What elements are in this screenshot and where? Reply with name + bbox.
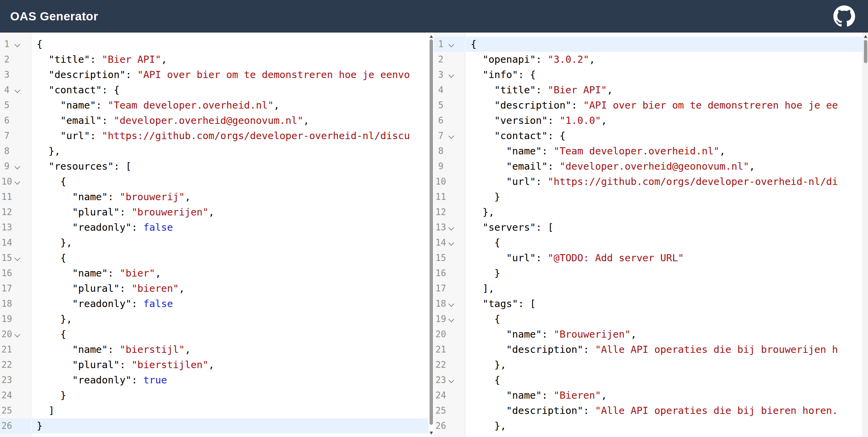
code-line[interactable]: "openapi": "3.0.2", [466, 52, 863, 67]
code-line[interactable]: { [466, 37, 863, 52]
code-line[interactable]: { [32, 37, 429, 52]
scroll-up-arrow-icon[interactable] [430, 35, 433, 38]
fold-toggle-chevron-down-icon[interactable] [15, 88, 20, 93]
code-line[interactable]: "name": "Team developer.overheid.nl", [32, 98, 429, 113]
fold-slot [448, 342, 456, 357]
line-number: 20 [0, 327, 14, 342]
code-line[interactable]: "plural": "bierstijlen", [32, 357, 429, 373]
fold-toggle-chevron-down-icon[interactable] [449, 72, 454, 78]
fold-toggle-chevron-down-icon[interactable] [449, 133, 454, 139]
fold-toggle-chevron-down-icon[interactable] [449, 42, 454, 48]
code-line[interactable]: "name": "bier", [32, 266, 429, 281]
vertical-scrollbar[interactable] [863, 33, 868, 437]
code-line[interactable]: "version": "1.0.0", [466, 113, 863, 128]
code-line[interactable]: "url": "https://github.com/orgs/develope… [32, 128, 429, 144]
fold-toggle-chevron-down-icon[interactable] [15, 255, 20, 261]
code-line[interactable]: "name": "brouwerij", [32, 189, 429, 205]
code-line[interactable]: "plural": "bieren", [32, 281, 429, 296]
line-number: 24 [0, 388, 14, 403]
code-line[interactable]: "title": "Bier API", [32, 52, 429, 67]
code-line[interactable]: { [32, 250, 429, 266]
app-header: OAS Generator [0, 0, 868, 33]
code-line[interactable]: "email": "developer.overheid@geonovum.nl… [466, 159, 863, 174]
code-line[interactable]: "readonly": true [32, 373, 429, 388]
code-line[interactable]: "name": "Brouwerijen", [466, 327, 863, 342]
code-line[interactable]: "email": "developer.overheid@geonovum.nl… [32, 113, 429, 128]
code-line[interactable]: "title": "Bier API", [466, 82, 863, 98]
code-line[interactable]: "url": "@TODO: Add server URL" [466, 250, 863, 266]
fold-toggle-chevron-down-icon[interactable] [449, 240, 454, 246]
fold-toggle-chevron-down-icon[interactable] [449, 317, 454, 322]
code-line[interactable]: ], [466, 281, 863, 296]
fold-toggle-chevron-down-icon[interactable] [449, 378, 454, 383]
code-line[interactable]: }, [466, 357, 863, 373]
fold-slot [14, 37, 22, 52]
input-editor[interactable]: 1234567891011121314151617181920212223242… [0, 33, 434, 437]
code-line[interactable]: "readonly": false [32, 220, 429, 235]
output-editor[interactable]: 1234567891011121314151617181920212223242… [434, 33, 868, 437]
code-line[interactable]: { [466, 235, 863, 250]
code-line[interactable]: ] [32, 403, 429, 418]
code-line[interactable]: { [32, 174, 429, 189]
fold-toggle-chevron-down-icon[interactable] [449, 301, 454, 307]
code-line[interactable]: "name": "Bieren", [466, 388, 863, 403]
code-line[interactable]: } [32, 418, 429, 434]
code-line[interactable]: "resources": [ [32, 159, 429, 174]
fold-slot [14, 98, 22, 113]
code-line[interactable]: "readonly": false [32, 296, 429, 311]
line-number: 4 [0, 82, 14, 98]
gutter-row: 10 [0, 174, 31, 189]
code-line[interactable]: { [32, 327, 429, 342]
scrollbar-thumb[interactable] [864, 40, 867, 63]
fold-toggle-chevron-down-icon[interactable] [15, 179, 20, 185]
code-line[interactable]: }, [32, 311, 429, 327]
gutter-row: 10 [434, 174, 465, 189]
code-line[interactable]: "info": { [466, 67, 863, 82]
scroll-up-arrow-icon[interactable] [864, 35, 867, 38]
fold-slot [14, 82, 22, 98]
code-line[interactable]: "description": "Alle API operaties die b… [466, 403, 863, 418]
code-line[interactable]: } [32, 388, 429, 403]
code-area[interactable]: { "title": "Bier API", "description": "A… [32, 37, 429, 437]
fold-slot [14, 357, 22, 373]
fold-slot [448, 98, 456, 113]
code-line[interactable]: "description": "API over bier om te demo… [466, 98, 863, 113]
scroll-down-arrow-icon[interactable] [430, 432, 433, 435]
fold-slot [14, 266, 22, 281]
line-number: 6 [434, 113, 448, 128]
fold-toggle-chevron-down-icon[interactable] [15, 164, 20, 170]
code-line[interactable]: }, [466, 205, 863, 220]
code-area[interactable]: { "openapi": "3.0.2", "info": { "title":… [466, 37, 863, 437]
gutter-row: 3 [434, 67, 465, 82]
code-line[interactable]: "url": "https://github.com/orgs/develope… [466, 174, 863, 189]
gutter-row: 3 [0, 67, 31, 82]
code-line[interactable]: } [466, 189, 863, 205]
fold-toggle-chevron-down-icon[interactable] [15, 332, 20, 338]
code-line[interactable]: }, [32, 235, 429, 250]
code-line[interactable]: "tags": [ [466, 296, 863, 311]
code-line[interactable]: } [466, 266, 863, 281]
fold-toggle-chevron-down-icon[interactable] [15, 42, 20, 48]
code-line[interactable]: }, [32, 144, 429, 159]
line-number: 24 [434, 388, 448, 403]
code-line[interactable]: "description": "Alle API operaties die b… [466, 342, 863, 357]
code-line[interactable]: "description": "API over bier om te demo… [32, 67, 429, 82]
fold-slot [448, 311, 456, 327]
fold-slot [14, 250, 22, 266]
vertical-scrollbar[interactable] [429, 33, 434, 437]
code-line[interactable]: "name": "Team developer.overheid.nl", [466, 144, 863, 159]
code-line[interactable]: { [466, 311, 863, 327]
code-line[interactable]: "servers": [ [466, 220, 863, 235]
code-line[interactable]: "contact": { [466, 128, 863, 144]
scrollbar-thumb[interactable] [430, 39, 433, 425]
code-line[interactable]: "name": "bierstijl", [32, 342, 429, 357]
code-line[interactable]: "plural": "brouwerijen", [32, 205, 429, 220]
gutter-row: 8 [434, 144, 465, 159]
code-line[interactable]: }, [466, 418, 863, 434]
fold-toggle-chevron-down-icon[interactable] [449, 225, 454, 231]
code-line[interactable]: { [466, 373, 863, 388]
gutter-row: 24 [0, 388, 31, 403]
line-number: 8 [434, 144, 448, 159]
code-line[interactable]: "contact": { [32, 82, 429, 98]
github-link[interactable] [833, 5, 855, 27]
